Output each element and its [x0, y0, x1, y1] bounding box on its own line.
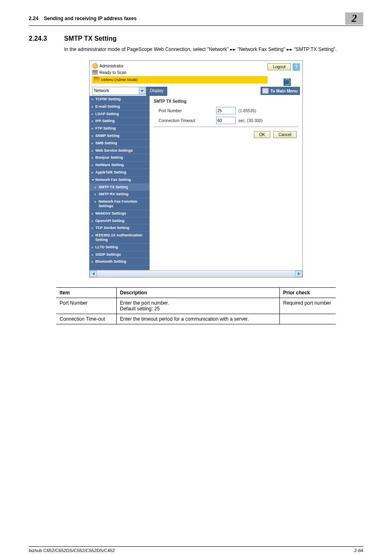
- sidebar-item[interactable]: TCP/IP Setting: [90, 96, 150, 103]
- sidebar-item-label: LLTD Setting: [95, 245, 118, 249]
- th-desc: Description: [117, 288, 280, 298]
- admin-label: Administrator: [99, 64, 124, 68]
- sidebar-item[interactable]: E-mail Setting: [90, 103, 150, 111]
- arrow-icon: ►►: [287, 46, 293, 52]
- sidebar: TCP/IP Setting E-mail Setting LDAP Setti…: [90, 96, 150, 270]
- cell-desc: Enter the timeout period for a communica…: [117, 314, 280, 324]
- sidebar-item[interactable]: NetWare Setting: [90, 162, 150, 169]
- sidebar-item[interactable]: IEEE802.1X Authentication Setting: [90, 232, 150, 244]
- display-button[interactable]: Display: [146, 87, 167, 96]
- page-footer: bizhub C652/C652DS/C552/C552DS/C452 2-84: [29, 546, 363, 553]
- sidebar-item-label: Network Fax Setting: [95, 178, 131, 182]
- intro-pre: In the administrator mode of PageScope W…: [64, 46, 230, 52]
- sidebar-item[interactable]: LLTD Setting: [90, 244, 150, 251]
- sidebar-item-label: TCP/IP Setting: [95, 97, 121, 101]
- cancel-button[interactable]: Cancel: [273, 131, 297, 138]
- table-row: Port Number Enter the port number. Defau…: [56, 298, 336, 314]
- sidebar-item[interactable]: Bluetooth Setting: [90, 258, 150, 266]
- sidebar-item-label: FTP Setting: [95, 126, 116, 130]
- cell-item: Connection Time-out: [56, 314, 117, 324]
- sidebar-item-label: IEEE802.1X Authentication Setting: [95, 233, 142, 242]
- field-label: Connection Timeout: [154, 118, 216, 123]
- cell-item: Port Number: [56, 298, 117, 314]
- help-button[interactable]: ?: [293, 63, 300, 71]
- printer-icon: [92, 70, 98, 75]
- sidebar-item-label: Network Fax Function Settings: [99, 199, 137, 208]
- field-label: Port Number: [154, 109, 216, 113]
- header-section-ref: 2.24: [29, 16, 38, 21]
- cell-desc: Enter the port number. Default setting: …: [117, 298, 280, 314]
- chevron-down-icon: [139, 88, 145, 94]
- th-item: Item: [56, 288, 117, 298]
- ok-button[interactable]: OK: [254, 131, 270, 138]
- arrow-icon: ►►: [230, 46, 236, 52]
- sidebar-item[interactable]: FTP Setting: [90, 125, 150, 132]
- header-section-title: Sending and receiving IP address faxes: [44, 16, 137, 21]
- sidebar-item[interactable]: WebDAV Settings: [90, 210, 150, 217]
- main-menu-label: To Main Menu: [270, 89, 297, 93]
- sidebar-item-label: SMB Setting: [95, 141, 117, 145]
- footer-page: 2-84: [354, 548, 363, 553]
- category-select[interactable]: Network: [92, 87, 146, 95]
- sidebar-item[interactable]: LDAP Setting: [90, 111, 150, 118]
- horizontal-scrollbar[interactable]: [90, 270, 302, 277]
- footer-model: bizhub C652/C652DS/C552/C552DS/C452: [29, 548, 115, 553]
- sidebar-item[interactable]: Web Service Settings: [90, 147, 150, 155]
- sidebar-item[interactable]: OpenAPI Setting: [90, 217, 150, 225]
- logout-button[interactable]: Logout: [267, 63, 291, 70]
- description-table: Item Description Prior check Port Number…: [56, 287, 336, 324]
- section-heading: 2.24.3 SMTP TX Setting: [29, 35, 363, 42]
- refresh-button[interactable]: [284, 79, 291, 86]
- select-value: Network: [94, 87, 109, 95]
- chapter-badge: 2: [345, 12, 363, 25]
- section-number: 2.24.3: [29, 35, 64, 42]
- field-hint: (1-65535): [238, 109, 256, 113]
- timeout-input[interactable]: [216, 117, 236, 124]
- sidebar-item-label: OpenAPI Setting: [95, 219, 125, 223]
- th-prior: Prior check: [280, 288, 336, 298]
- admin-icon: [92, 63, 98, 69]
- port-number-input[interactable]: [216, 107, 236, 114]
- sidebar-item[interactable]: Bonjour Setting: [90, 154, 150, 162]
- refresh-icon: [284, 79, 291, 86]
- sidebar-item-label: SNMP Setting: [95, 134, 120, 138]
- sidebar-item-label: NetWare Setting: [95, 163, 124, 167]
- sidebar-item[interactable]: IPP Setting: [90, 118, 150, 125]
- scroll-left-icon[interactable]: [90, 271, 97, 277]
- sidebar-item-label: LDAP Setting: [95, 112, 119, 116]
- table-row: Connection Time-out Enter the timeout pe…: [56, 314, 336, 324]
- content-panel: SMTP TX Setting Port Number (1-65535) Co…: [150, 96, 302, 270]
- pagescope-screenshot: Administrator Ready to Scan InMenu (Admi…: [89, 60, 303, 278]
- sidebar-item-label: SSDP Settings: [95, 252, 121, 257]
- content-title: SMTP TX Setting: [154, 99, 298, 104]
- sidebar-item-label: SMTP RX Setting: [99, 192, 129, 196]
- sidebar-sub-fax-func[interactable]: Network Fax Function Settings: [90, 198, 150, 210]
- toolbox-icon: [94, 77, 99, 83]
- sidebar-item[interactable]: TCP Socket Setting: [90, 224, 150, 232]
- section-title: SMTP TX Setting: [64, 35, 117, 42]
- sidebar-item-label: TCP Socket Setting: [95, 226, 129, 230]
- sidebar-item-label: Bluetooth Setting: [95, 259, 126, 264]
- intro-paragraph: In the administrator mode of PageScope W…: [64, 46, 363, 53]
- page-header: 2.24 Sending and receiving IP address fa…: [29, 12, 363, 26]
- mode-label: InMenu (Admin Mode): [101, 78, 138, 82]
- sidebar-item[interactable]: SSDP Settings: [90, 251, 150, 259]
- sidebar-item-label: SMTP TX Setting: [99, 185, 128, 189]
- scroll-right-icon[interactable]: [295, 271, 302, 277]
- main-menu-button[interactable]: To Main Menu: [261, 87, 300, 95]
- intro-mid: "Network Fax Setting": [236, 46, 286, 52]
- sidebar-sub-smtp-rx[interactable]: SMTP RX Setting: [90, 191, 150, 198]
- sidebar-item[interactable]: SMB Setting: [90, 140, 150, 147]
- sidebar-sub-smtp-tx[interactable]: SMTP TX Setting: [90, 184, 150, 191]
- sidebar-item-network-fax[interactable]: Network Fax Setting: [90, 176, 150, 184]
- sidebar-item-label: AppleTalk Setting: [95, 170, 126, 174]
- field-hint: sec. (30-300): [238, 118, 263, 123]
- sidebar-item[interactable]: AppleTalk Setting: [90, 169, 150, 176]
- sidebar-item[interactable]: SNMP Setting: [90, 132, 150, 140]
- sidebar-item-label: Bonjour Setting: [95, 155, 123, 160]
- cell-prior: Required port number: [280, 298, 336, 314]
- intro-post: "SMTP TX Setting".: [293, 46, 337, 52]
- cell-prior: [280, 314, 336, 324]
- divider: [154, 127, 298, 127]
- main-menu-icon: [262, 88, 269, 94]
